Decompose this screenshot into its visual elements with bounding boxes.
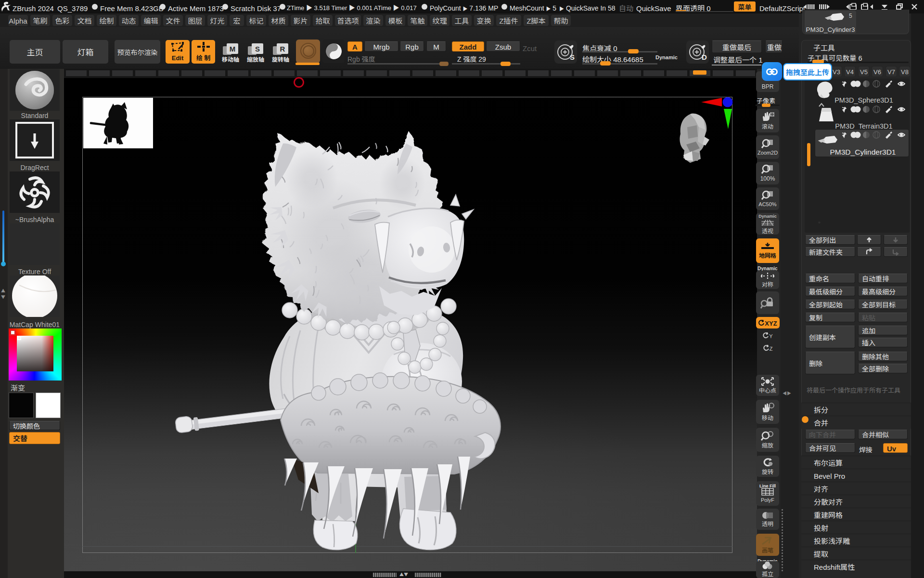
svg-text:S: S (570, 53, 575, 61)
svg-text:D: D (702, 53, 707, 61)
